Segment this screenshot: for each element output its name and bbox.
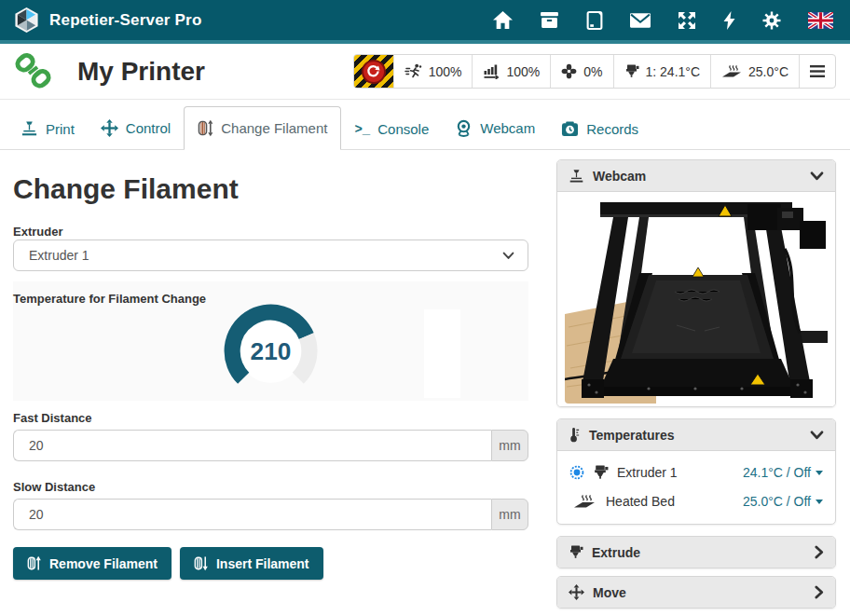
- temperature-gauge-value: 210: [251, 337, 292, 365]
- webcam-image: [565, 195, 828, 404]
- fast-distance-label: Fast Distance: [13, 411, 92, 425]
- extruder-nozzle-icon: [593, 464, 609, 481]
- extruder-select[interactable]: Extruder 1: [13, 240, 528, 271]
- extruder-temp-value: 1: 24.1°C: [646, 64, 701, 79]
- printer-menu-button[interactable]: [799, 55, 835, 88]
- flow-badge[interactable]: 100%: [472, 55, 550, 88]
- radio-selected-icon[interactable]: [569, 465, 584, 480]
- tab-records[interactable]: Records: [548, 109, 651, 149]
- extruder-row-name: Extruder 1: [617, 465, 678, 480]
- filament-buttons: Remove Filament Insert Filament: [13, 547, 323, 580]
- webcam-view: [557, 191, 835, 406]
- printers-box-icon[interactable]: [540, 11, 559, 29]
- emergency-stop-button[interactable]: [354, 55, 393, 88]
- heated-bed-icon: [571, 493, 597, 510]
- console-icon: >_: [354, 122, 370, 137]
- speed-runner-icon: [404, 63, 422, 79]
- bed-row-name: Heated Bed: [606, 494, 675, 509]
- temperature-slider[interactable]: [424, 309, 460, 398]
- speed-value: 100%: [429, 64, 462, 79]
- chevron-right-icon[interactable]: [815, 585, 824, 599]
- records-camera-icon: [561, 121, 579, 137]
- connections-expand-icon[interactable]: [678, 11, 696, 30]
- bed-temp-badge[interactable]: 25.0°C: [710, 55, 799, 88]
- filament-icon: [198, 119, 213, 137]
- fan-value: 0%: [583, 64, 602, 79]
- brand-name: Repetier-Server Pro: [49, 11, 201, 30]
- extruder-temp-text: 24.1°C / Off: [743, 465, 811, 480]
- print-icon: [21, 120, 38, 137]
- webcam-panel-icon: [569, 169, 584, 184]
- insert-filament-label: Insert Filament: [216, 556, 309, 571]
- tab-webcam[interactable]: Webcam: [442, 107, 548, 149]
- fast-distance-unit: mm: [491, 430, 528, 461]
- slow-distance-input[interactable]: [13, 499, 491, 530]
- extruder-nozzle-icon: [624, 63, 639, 79]
- fan-badge[interactable]: 0%: [550, 55, 612, 88]
- bed-temp-text: 25.0°C / Off: [743, 494, 811, 509]
- tab-control[interactable]: Control: [88, 107, 184, 149]
- extruder-label: Extruder: [13, 225, 62, 239]
- temperatures-body: Extruder 1 24.1°C / Off: [557, 450, 835, 524]
- move-panel-header[interactable]: Move: [557, 577, 835, 608]
- tab-control-label: Control: [126, 120, 171, 136]
- printer-tabs: Print Control Change Filament >_ Console: [0, 100, 850, 150]
- fast-distance-input[interactable]: [13, 430, 491, 461]
- fan-icon: [561, 63, 577, 79]
- heated-bed-icon: [721, 63, 742, 79]
- extrude-panel-title: Extrude: [592, 545, 640, 560]
- connected-link-icon: [14, 53, 53, 90]
- flow-value: 100%: [506, 64, 540, 79]
- flow-bars-icon: [483, 63, 500, 79]
- repetier-server-window: Repetier-Server Pro: [0, 0, 850, 616]
- tab-change-filament[interactable]: Change Filament: [184, 106, 341, 150]
- webcam-panel: Webcam: [556, 159, 836, 407]
- filament-down-icon: [194, 555, 208, 571]
- language-flag-uk-icon[interactable]: [808, 12, 833, 29]
- repetier-logo-icon: [13, 7, 40, 34]
- extruder-temp-row: Extruder 1 24.1°C / Off: [557, 458, 835, 486]
- gcodes-book-icon[interactable]: [586, 11, 603, 30]
- temperatures-panel-title: Temperatures: [589, 428, 675, 443]
- insert-filament-button[interactable]: Insert Filament: [180, 547, 323, 580]
- extruder-temp-dropdown[interactable]: 24.1°C / Off: [743, 465, 823, 480]
- tab-console[interactable]: >_ Console: [341, 109, 442, 149]
- temperature-gauge[interactable]: 210: [224, 304, 318, 398]
- extrude-panel: Extrude: [556, 536, 836, 568]
- hamburger-icon: [810, 65, 825, 77]
- temperatures-panel-header[interactable]: Temperatures: [557, 419, 835, 450]
- temperature-label: Temperature for Filament Change: [13, 292, 206, 306]
- extruder-temp-badge[interactable]: 1: 24.1°C: [613, 55, 711, 88]
- tab-change-filament-label: Change Filament: [221, 120, 327, 136]
- tab-print[interactable]: Print: [7, 108, 88, 149]
- webcam-panel-header[interactable]: Webcam: [557, 160, 835, 191]
- speed-badge[interactable]: 100%: [393, 55, 473, 88]
- chevron-down-icon[interactable]: [810, 171, 824, 181]
- tab-webcam-label: Webcam: [480, 120, 535, 136]
- brand[interactable]: Repetier-Server Pro: [13, 7, 201, 34]
- extrude-panel-header[interactable]: Extrude: [557, 537, 835, 568]
- settings-gear-icon[interactable]: [762, 11, 781, 30]
- extruder-select-value: Extruder 1: [29, 248, 89, 263]
- messages-mail-icon[interactable]: [630, 13, 651, 28]
- move-cross-icon: [101, 119, 118, 137]
- bed-temp-dropdown[interactable]: 25.0°C / Off: [743, 494, 823, 509]
- remove-filament-button[interactable]: Remove Filament: [13, 547, 171, 580]
- caret-down-icon: [816, 471, 823, 475]
- status-badge-bar: 100% 100%: [353, 54, 836, 89]
- caret-down-icon: [816, 500, 823, 504]
- move-panel: Move: [556, 576, 836, 609]
- webcam-icon: [455, 119, 473, 137]
- slow-distance-group: mm: [13, 499, 528, 530]
- move-panel-title: Move: [593, 585, 626, 600]
- bed-temp-value: 25.0°C: [748, 64, 788, 79]
- printer-header: My Printer 100%: [0, 44, 850, 100]
- sidebar: Webcam: [556, 159, 836, 616]
- chevron-right-icon[interactable]: [815, 545, 824, 559]
- chevron-down-icon[interactable]: [810, 431, 824, 440]
- power-bolt-icon[interactable]: [723, 11, 735, 30]
- bed-temp-row: Heated Bed 25.0°C / Off: [557, 486, 835, 515]
- printer-title: My Printer: [77, 57, 205, 87]
- slow-distance-unit: mm: [491, 499, 528, 530]
- home-icon[interactable]: [493, 11, 513, 29]
